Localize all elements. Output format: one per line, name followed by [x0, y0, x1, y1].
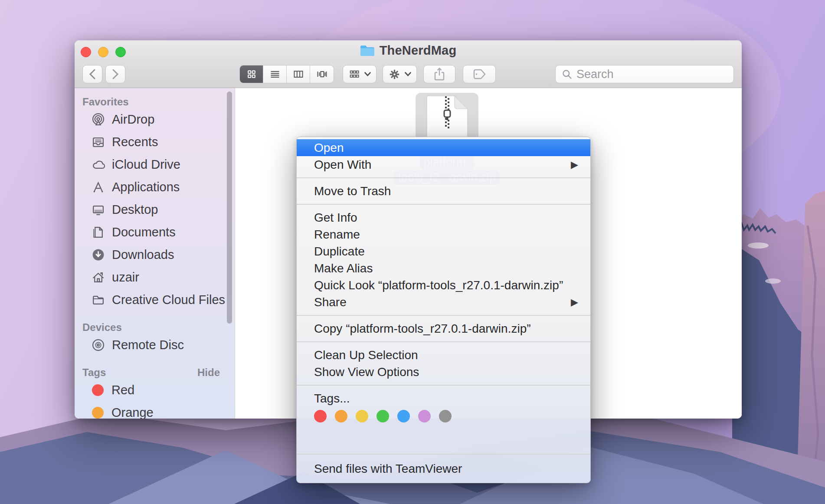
- desktop-icon: [91, 203, 105, 216]
- column-view-button[interactable]: [287, 65, 310, 83]
- column-view-icon: [293, 69, 304, 80]
- sidebar-item-remote-disc[interactable]: Remote Disc: [75, 334, 235, 356]
- menu-item-make-alias[interactable]: Make Alias: [297, 260, 590, 277]
- sidebar-section-header: Favorites: [75, 96, 235, 108]
- tag-color-swatch[interactable]: [314, 410, 327, 422]
- arrange-icon: [348, 68, 360, 80]
- forward-button[interactable]: [105, 65, 125, 83]
- menu-item-label: Make Alias: [314, 262, 373, 275]
- menu-item-duplicate[interactable]: Duplicate: [297, 243, 590, 260]
- chevron-down-icon: [364, 72, 371, 76]
- sidebar-item-label: Downloads: [112, 248, 174, 262]
- menu-separator: [297, 315, 590, 316]
- folder-icon: [91, 293, 105, 307]
- disc-icon: [91, 338, 105, 352]
- downloads-icon: [91, 248, 105, 262]
- sidebar: FavoritesAirDropRecentsiCloud DriveAppli…: [75, 88, 235, 419]
- menu-item-label: Tags...: [314, 392, 350, 406]
- grid-view-icon: [246, 69, 257, 80]
- tag-color-swatch[interactable]: [418, 410, 431, 422]
- menu-item-label: Move to Trash: [314, 184, 391, 198]
- close-button[interactable]: [81, 47, 91, 57]
- view-mode-control: [239, 65, 334, 83]
- hide-tags-button[interactable]: Hide: [197, 367, 220, 379]
- tag-button[interactable]: [463, 65, 496, 83]
- menu-item-send-files-with-teamviewer[interactable]: Send files with TeamViewer: [297, 459, 590, 478]
- sidebar-section-header: Devices: [75, 321, 235, 334]
- menu-item-label: Get Info: [314, 211, 357, 225]
- sidebar-item-orange[interactable]: Orange: [75, 401, 235, 419]
- sidebar-item-airdrop[interactable]: AirDrop: [75, 108, 235, 131]
- menu-item-quick-look-platform-tools-r27-0-1-darwin-zip[interactable]: Quick Look “platform-tools_r27.0.1-darwi…: [297, 277, 590, 294]
- coverflow-view-button[interactable]: [310, 65, 334, 83]
- menu-item-label: Clean Up Selection: [314, 348, 418, 362]
- gear-icon: [388, 68, 401, 81]
- sidebar-item-recents[interactable]: Recents: [75, 131, 235, 153]
- sidebar-item-desktop[interactable]: Desktop: [75, 198, 235, 221]
- menu-item-show-view-options[interactable]: Show View Options: [297, 363, 590, 380]
- tag-icon: [472, 69, 487, 80]
- action-button[interactable]: [383, 65, 417, 83]
- sidebar-item-label: Orange: [111, 406, 154, 419]
- menu-separator: [297, 385, 590, 386]
- arrange-button[interactable]: [343, 65, 376, 83]
- menu-item-label: Quick Look “platform-tools_r27.0.1-darwi…: [314, 278, 563, 292]
- section-label: Favorites: [82, 96, 129, 108]
- menu-item-get-info[interactable]: Get Info: [297, 209, 590, 226]
- menu-item-clean-up-selection[interactable]: Clean Up Selection: [297, 347, 590, 363]
- menu-item-copy-platform-tools-r27-0-1-darwin-zip[interactable]: Copy “platform-tools_r27.0.1-darwin.zip”: [297, 320, 590, 337]
- sidebar-item-label: iCloud Drive: [112, 157, 180, 172]
- toolbar: Search: [75, 61, 742, 88]
- traffic-lights: [81, 43, 126, 62]
- section-label: Devices: [82, 321, 122, 334]
- menu-item-label: Show View Options: [314, 365, 419, 379]
- window-title: TheNerdMag: [380, 43, 457, 58]
- menu-item-share[interactable]: Share▶: [297, 294, 590, 311]
- sidebar-item-uzair[interactable]: uzair: [75, 266, 235, 288]
- submenu-arrow-icon: ▶: [571, 297, 578, 308]
- list-view-button[interactable]: [263, 65, 287, 83]
- context-menu: OpenOpen With▶Move to TrashGet InfoRenam…: [296, 137, 591, 483]
- sidebar-item-applications[interactable]: Applications: [75, 176, 235, 198]
- zoom-button[interactable]: [115, 47, 126, 57]
- sidebar-item-label: uzair: [112, 270, 139, 285]
- tag-color-swatch[interactable]: [439, 410, 452, 422]
- tag-color-swatch[interactable]: [335, 410, 347, 422]
- home-icon: [91, 270, 105, 284]
- chevron-right-icon: [111, 69, 119, 80]
- share-button[interactable]: [423, 65, 455, 83]
- sidebar-item-creative-cloud-files[interactable]: Creative Cloud Files: [75, 288, 235, 311]
- menu-separator: [297, 341, 590, 342]
- menu-item-open[interactable]: Open: [297, 139, 590, 156]
- section-label: Tags: [82, 367, 106, 379]
- sidebar-item-icloud-drive[interactable]: iCloud Drive: [75, 153, 235, 176]
- sidebar-item-documents[interactable]: Documents: [75, 221, 235, 243]
- menu-item-tags[interactable]: Tags...: [297, 390, 590, 407]
- icon-view-button[interactable]: [240, 65, 263, 83]
- menu-item-move-to-trash[interactable]: Move to Trash: [297, 183, 590, 200]
- menu-separator: [297, 454, 590, 455]
- menu-item-open-with[interactable]: Open With▶: [297, 156, 590, 173]
- tag-color-swatch[interactable]: [376, 410, 389, 422]
- coverflow-view-icon: [316, 69, 327, 80]
- sidebar-item-label: Remote Disc: [112, 338, 184, 352]
- menu-item-rename[interactable]: Rename: [297, 226, 590, 243]
- sidebar-scrollbar[interactable]: [227, 92, 232, 324]
- sidebar-item-label: Creative Cloud Files: [112, 293, 225, 307]
- window-header: TheNerdMag: [75, 40, 742, 88]
- menu-separator: [297, 204, 590, 205]
- back-button[interactable]: [82, 65, 102, 83]
- sidebar-item-downloads[interactable]: Downloads: [75, 243, 235, 266]
- sidebar-item-red[interactable]: Red: [75, 379, 235, 401]
- search-field[interactable]: Search: [555, 65, 734, 83]
- sidebar-item-label: Applications: [112, 180, 180, 194]
- recents-icon: [91, 135, 105, 149]
- minimize-button[interactable]: [98, 47, 108, 57]
- search-icon: [562, 69, 572, 79]
- tag-color-swatch[interactable]: [397, 410, 410, 422]
- folder-icon: [360, 45, 375, 56]
- sidebar-section: DevicesRemote Disc: [75, 321, 235, 356]
- menu-item-label: Share: [314, 295, 347, 309]
- tag-color-swatch[interactable]: [356, 410, 368, 422]
- sidebar-item-label: Documents: [112, 225, 176, 239]
